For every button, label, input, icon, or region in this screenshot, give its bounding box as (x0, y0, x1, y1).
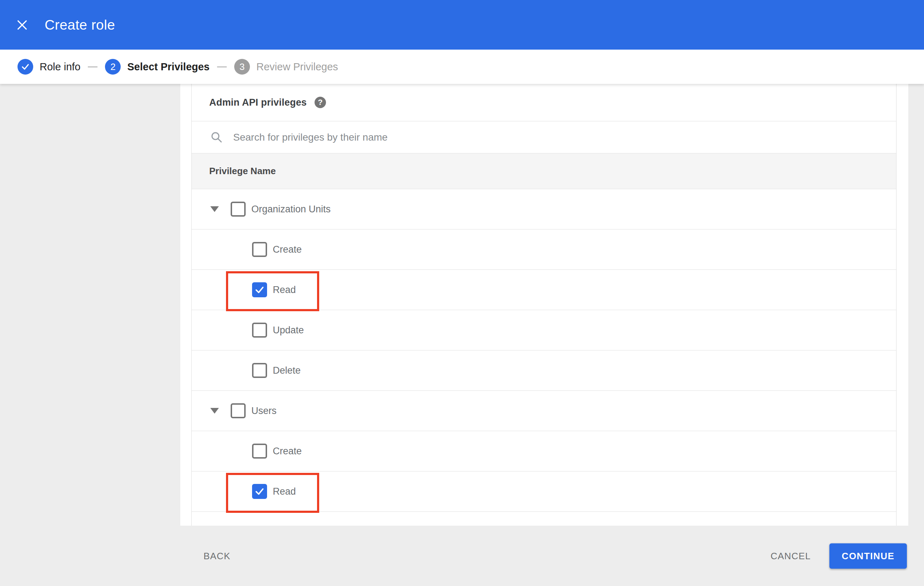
privilege-row[interactable]: Update (192, 310, 896, 351)
search-icon (210, 131, 223, 144)
close-icon[interactable] (16, 18, 28, 31)
checkbox[interactable] (252, 323, 267, 337)
continue-button[interactable]: CONTINUE (829, 543, 907, 568)
expand-arrow-icon[interactable] (210, 408, 219, 414)
checkbox[interactable] (231, 403, 246, 418)
privilege-row[interactable]: Users (192, 391, 896, 431)
step-label: Select Privileges (127, 61, 210, 73)
panel-title: Admin API privileges (209, 97, 307, 108)
step-label: Review Privileges (256, 61, 338, 73)
privilege-label: Organization Units (251, 204, 331, 215)
step-role-info[interactable]: Role info (18, 59, 80, 74)
help-icon[interactable]: ? (315, 97, 326, 108)
step-number: 2 (105, 59, 120, 74)
step-complete-check-icon (18, 59, 33, 74)
checkbox[interactable] (252, 242, 267, 257)
privileges-table: Admin API privileges ? Privilege Name Or… (191, 84, 896, 526)
privilege-label: Read (273, 285, 296, 296)
privilege-rows: Organization Units Create Read Update (192, 189, 896, 512)
step-number: 3 (234, 59, 250, 74)
appbar: Create role (0, 0, 924, 49)
footer: BACK CANCEL CONTINUE (0, 526, 924, 586)
checkbox[interactable] (252, 444, 267, 459)
privilege-row[interactable]: Read (192, 471, 896, 512)
content-card: Admin API privileges ? Privilege Name Or… (180, 84, 908, 526)
expand-arrow-icon[interactable] (210, 206, 219, 212)
step-select-privileges[interactable]: 2 Select Privileges (105, 59, 210, 74)
search-input[interactable] (233, 132, 769, 143)
dialog-title: Create role (45, 17, 115, 33)
privilege-label: Delete (273, 365, 300, 376)
column-header-privilege-name: Privilege Name (209, 166, 276, 177)
privilege-row[interactable]: Create (192, 229, 896, 270)
step-label: Role info (40, 61, 80, 73)
search-row (192, 121, 896, 153)
privilege-row[interactable]: Create (192, 431, 896, 471)
back-button[interactable]: BACK (203, 550, 231, 561)
stepper: Role info 2 Select Privileges 3 Review P… (0, 49, 924, 84)
privilege-label: Update (273, 325, 304, 336)
checkbox[interactable] (252, 363, 267, 378)
checkbox[interactable] (231, 202, 246, 217)
step-connector (88, 66, 97, 67)
checkbox[interactable] (252, 484, 267, 499)
table-header: Privilege Name (192, 153, 896, 189)
panel-title-row: Admin API privileges ? (192, 84, 896, 121)
privilege-label: Create (273, 244, 302, 255)
cancel-button[interactable]: CANCEL (771, 550, 811, 561)
privilege-row[interactable]: Read (192, 270, 896, 310)
privilege-label: Create (273, 446, 302, 457)
privilege-row[interactable]: Organization Units (192, 189, 896, 229)
privilege-row[interactable]: Delete (192, 351, 896, 391)
step-connector (217, 66, 227, 67)
privilege-label: Read (273, 486, 296, 497)
step-review-privileges: 3 Review Privileges (234, 59, 338, 74)
checkbox[interactable] (252, 282, 267, 297)
footer-actions: CANCEL CONTINUE (771, 543, 907, 568)
privilege-label: Users (251, 405, 277, 416)
